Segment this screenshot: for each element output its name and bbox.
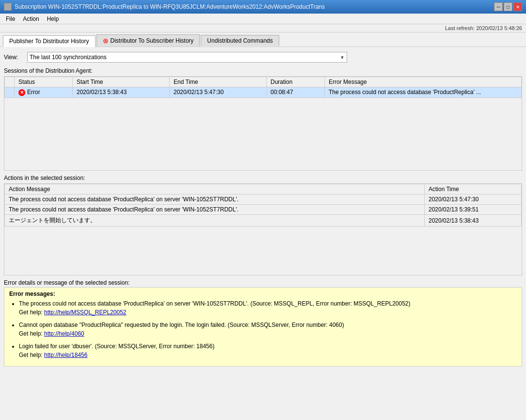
error-section: Error details or message of the selected… (4, 279, 522, 367)
tab-publisher-label: Publisher To Distributor History (9, 38, 89, 45)
actions-table-row[interactable]: エージェントを開始しています。2020/02/13 5:38:43 (5, 215, 522, 226)
tab-publisher[interactable]: Publisher To Distributor History (3, 35, 96, 47)
sessions-col-end: End Time (170, 77, 267, 87)
main-content: View: The last 100 synchronizations ▼ Se… (0, 47, 526, 370)
tab-distributor[interactable]: ⊗ Distributor To Subscriber History (96, 34, 200, 47)
menu-bar: File Action Help (0, 14, 526, 24)
error-detail-box: Error messages: The process could not ac… (4, 287, 522, 367)
sessions-col-error: Error Message (325, 77, 522, 87)
menu-file[interactable]: File (2, 15, 19, 23)
tabs-container: Publisher To Distributor History ⊗ Distr… (0, 32, 526, 47)
sessions-table: Status Start Time End Time Duration Erro… (4, 77, 522, 98)
actions-row-time: 2020/02/13 5:47:30 (425, 194, 522, 205)
title-bar: Subscription WIN-1052ST7RDDL:ProductRepl… (0, 0, 526, 14)
actions-row-time: 2020/02/13 5:38:43 (425, 215, 522, 226)
actions-table-container[interactable]: Action Message Action Time The process c… (4, 183, 522, 275)
chevron-down-icon: ▼ (340, 55, 345, 60)
error-help-text: Get help: (19, 309, 44, 316)
sessions-col-duration: Duration (267, 77, 325, 87)
sessions-row-end: 2020/02/13 5:47:30 (170, 87, 267, 98)
actions-section: Actions in the selected session: Action … (4, 175, 522, 275)
view-label: View: (4, 54, 23, 61)
actions-label: Actions in the selected session: (4, 175, 522, 181)
sessions-row-error: The process could not access database 'P… (325, 87, 522, 98)
sessions-row-checkbox (5, 87, 15, 98)
error-help-link[interactable]: http://help/4060 (44, 330, 84, 337)
error-list-item: Cannot open database "ProductReplica" re… (19, 321, 517, 338)
close-button[interactable]: ✕ (513, 2, 522, 11)
tab-undistributed-label: Undistributed Commands (207, 37, 272, 44)
actions-row-message: エージェントを開始しています。 (5, 215, 425, 226)
actions-col-time: Action Time (425, 184, 522, 194)
error-messages-title: Error messages: (9, 291, 517, 297)
error-message-text: Cannot open database "ProductReplica" re… (19, 322, 344, 328)
sessions-row-start: 2020/02/13 5:38:43 (73, 87, 170, 98)
maximize-button[interactable]: □ (504, 2, 512, 11)
view-dropdown[interactable]: The last 100 synchronizations ▼ (27, 52, 347, 63)
sessions-label: Sessions of the Distribution Agent: (4, 67, 522, 74)
error-help-link[interactable]: http://help/MSSQL_REPL20052 (44, 309, 126, 316)
actions-row-message: The process could not access database 'P… (5, 194, 425, 205)
error-message-text: Login failed for user 'dbuser'. (Source:… (19, 343, 214, 350)
actions-table: Action Message Action Time The process c… (4, 184, 522, 226)
sessions-col-checkbox (5, 77, 15, 87)
actions-row-message: The process could not access database 'P… (5, 205, 425, 215)
last-refresh-text: Last refresh: 2020/02/13 5:48:26 (445, 25, 522, 31)
error-message-text: The process could not access database 'P… (19, 300, 411, 307)
window-controls: ─ □ ✕ (494, 2, 522, 11)
error-panel-label: Error details or message of the selected… (4, 279, 522, 286)
sessions-col-start: Start Time (73, 77, 170, 87)
error-list-item: The process could not access database 'P… (19, 299, 517, 317)
actions-table-row[interactable]: The process could not access database 'P… (5, 194, 522, 205)
view-dropdown-value: The last 100 synchronizations (30, 54, 107, 61)
minimize-button[interactable]: ─ (494, 2, 503, 11)
tab-undistributed[interactable]: Undistributed Commands (201, 35, 279, 46)
error-help-text: Get help: (19, 352, 44, 358)
error-list-item: Login failed for user 'dbuser'. (Source:… (19, 342, 517, 359)
app-icon (4, 3, 12, 11)
menu-action[interactable]: Action (19, 15, 43, 23)
sessions-col-status: Status (15, 77, 73, 87)
menu-help[interactable]: Help (43, 15, 63, 23)
error-list: The process could not access database 'P… (9, 299, 517, 359)
last-refresh-bar: Last refresh: 2020/02/13 5:48:26 (0, 24, 526, 32)
sessions-row-duration: 00:08:47 (267, 87, 325, 98)
error-help-link[interactable]: http://help/18456 (44, 352, 87, 358)
actions-row-time: 2020/02/13 5:39:51 (425, 205, 522, 215)
tab-distributor-label: Distributor To Subscriber History (111, 37, 194, 44)
sessions-table-container[interactable]: Status Start Time End Time Duration Erro… (4, 76, 522, 171)
error-help-text: Get help: (19, 330, 44, 337)
error-status-icon: ✕ (18, 89, 25, 96)
actions-table-row[interactable]: The process could not access database 'P… (5, 205, 522, 215)
sessions-row-status: ✕Error (15, 87, 73, 98)
window-title: Subscription WIN-1052ST7RDDL:ProductRepl… (15, 3, 325, 10)
error-icon: ⊗ (103, 37, 109, 45)
actions-col-message: Action Message (5, 184, 425, 194)
sessions-table-row[interactable]: ✕Error2020/02/13 5:38:432020/02/13 5:47:… (5, 87, 522, 98)
view-row: View: The last 100 synchronizations ▼ (4, 50, 522, 65)
sessions-section: Sessions of the Distribution Agent: Stat… (4, 67, 522, 171)
